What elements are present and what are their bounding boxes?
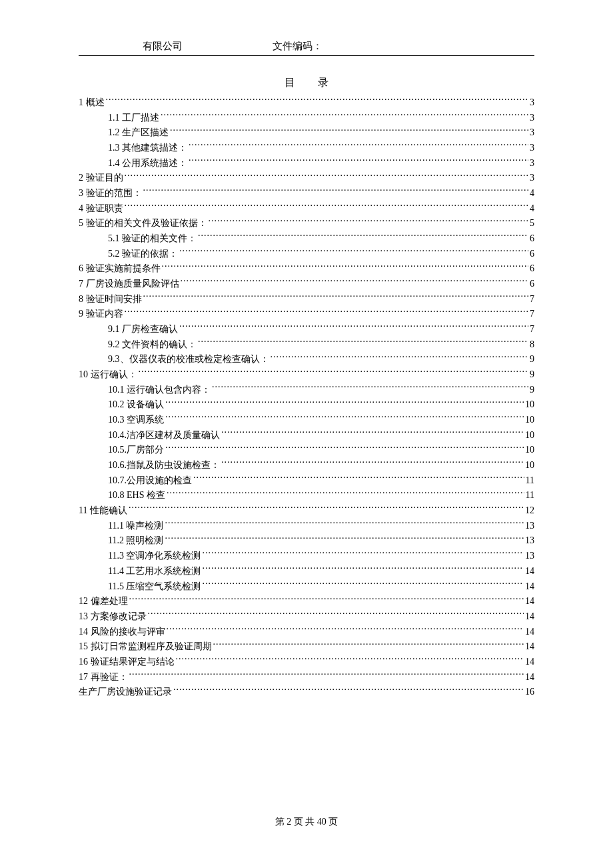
- toc-entry: 11.4 工艺用水系统检测14: [79, 564, 534, 579]
- toc-leader-dots: [143, 187, 529, 196]
- toc-entry-label: 5 验证的相关文件及验证依据：: [79, 216, 207, 231]
- toc-entry-page: 4: [530, 201, 534, 217]
- toc-entry: 9.2 文件资料的确认：8: [79, 337, 534, 353]
- toc-leader-dots: [125, 171, 529, 181]
- toc-entry-label: 5.2 验证的依据：: [108, 247, 178, 262]
- toc-entry: 17 再验证：14: [79, 670, 534, 685]
- toc-entry-page: 12: [525, 503, 534, 519]
- toc-entry: 1.4 公用系统描述：3: [79, 156, 534, 171]
- toc-entry-label: 生产厂房设施验证记录: [79, 685, 172, 700]
- toc-entry-page: 3: [530, 141, 534, 156]
- toc-leader-dots: [179, 323, 528, 332]
- toc-leader-dots: [198, 232, 528, 241]
- toc-entry-label: 1.4 公用系统描述：: [108, 156, 187, 171]
- toc-entry-page: 13: [525, 549, 534, 564]
- toc-entry-label: 10 运行确认：: [79, 367, 137, 383]
- toc-entry-page: 6: [530, 231, 534, 247]
- toc-entry-label: 10.7.公用设施的检查: [108, 473, 192, 489]
- toc-entry: 14 风险的接收与评审14: [79, 625, 534, 640]
- page-header: 有限公司 文件编码：: [79, 40, 534, 56]
- toc-entry: 1.3 其他建筑描述：3: [79, 141, 534, 156]
- toc-entry-page: 10: [525, 428, 534, 443]
- toc-leader-dots: [179, 247, 528, 257]
- toc-entry-label: 11.1 噪声检测: [108, 519, 163, 534]
- toc-entry-page: 6: [530, 261, 534, 277]
- toc-leader-dots: [165, 398, 524, 407]
- toc-entry-label: 10.8 EHS 检查: [108, 488, 165, 503]
- footer-middle: 页 共: [294, 817, 315, 827]
- toc-entry-page: 6: [530, 277, 534, 292]
- toc-leader-dots: [139, 368, 529, 377]
- toc-entry: 10.3 空调系统10: [79, 413, 534, 428]
- toc-leader-dots: [165, 443, 524, 453]
- toc-leader-dots: [165, 534, 524, 543]
- toc-leader-dots: [125, 307, 529, 317]
- toc-entry: 5.1 验证的相关文件：6: [79, 231, 534, 247]
- toc-leader-dots: [202, 580, 524, 589]
- toc-leader-dots: [143, 293, 529, 302]
- toc-entry-page: 3: [530, 125, 534, 141]
- toc-leader-dots: [176, 655, 524, 665]
- toc-entry: 11 性能确认12: [79, 503, 534, 519]
- toc-entry-label: 1.3 其他建筑描述：: [108, 141, 187, 156]
- toc-leader-dots: [189, 157, 528, 166]
- toc-entry-page: 10: [525, 413, 534, 428]
- toc-entry-page: 5: [530, 216, 534, 231]
- toc-entry: 16 验证结果评定与结论14: [79, 655, 534, 670]
- toc-leader-dots: [129, 595, 524, 604]
- toc-entry: 1.2 生产区描述3: [79, 125, 534, 141]
- toc-entry-label: 11.4 工艺用水系统检测: [108, 564, 201, 579]
- toc-entry-page: 6: [530, 247, 534, 262]
- toc-entry: 5 验证的相关文件及验证依据：5: [79, 216, 534, 231]
- toc-leader-dots: [198, 338, 528, 347]
- footer-suffix: 页: [328, 817, 338, 827]
- toc-leader-dots: [202, 549, 524, 559]
- toc-leader-dots: [213, 640, 524, 649]
- toc-entry-page: 10: [525, 458, 534, 473]
- toc-entry-label: 9.2 文件资料的确认：: [108, 337, 197, 353]
- toc-entry-page: 8: [530, 337, 534, 353]
- toc-entry-page: 14: [525, 655, 534, 670]
- toc-entry-page: 10: [525, 397, 534, 413]
- toc-leader-dots: [170, 126, 528, 135]
- toc-entry: 9.3、仪器仪表的校准或检定检查确认：9: [79, 352, 534, 367]
- toc-entry: 10.1 运行确认包含内容：9: [79, 383, 534, 398]
- toc-entry: 12 偏差处理14: [79, 594, 534, 609]
- footer-current-page: 2: [287, 817, 291, 827]
- toc-entry-label: 1 概述: [79, 95, 105, 111]
- toc-leader-dots: [189, 141, 528, 151]
- toc-entry: 15 拟订日常监测程序及验证周期14: [79, 639, 534, 655]
- toc-title: 目录: [79, 76, 534, 90]
- header-company: 有限公司: [79, 40, 246, 53]
- toc-entry: 1 概述3: [79, 95, 534, 111]
- toc-entry: 11.2 照明检测13: [79, 533, 534, 549]
- toc-entry-page: 9: [530, 383, 534, 398]
- toc-entry: 10.7.公用设施的检查11: [79, 473, 534, 489]
- toc-leader-dots: [167, 625, 524, 635]
- toc-entry: 生产厂房设施验证记录16: [79, 685, 534, 700]
- toc-entry: 1.1 工厂描述3: [79, 111, 534, 126]
- toc-entry-label: 17 再验证：: [79, 670, 128, 685]
- toc-entry-label: 9 验证内容: [79, 307, 123, 322]
- toc-entry: 7 厂房设施质量风险评估6: [79, 277, 534, 292]
- toc-entry-page: 13: [525, 519, 534, 534]
- toc-entry: 2 验证目的3: [79, 171, 534, 186]
- toc-entry: 10.4.洁净区建材及质量确认10: [79, 428, 534, 443]
- toc-leader-dots: [221, 459, 524, 468]
- toc-entry: 11.1 噪声检测13: [79, 519, 534, 534]
- toc-entry-label: 12 偏差处理: [79, 594, 128, 609]
- toc-entry: 6 验证实施前提条件6: [79, 261, 534, 277]
- toc-entry-page: 3: [530, 156, 534, 171]
- toc-leader-dots: [193, 474, 524, 483]
- toc-entry-label: 7 厂房设施质量风险评估: [79, 277, 179, 292]
- toc-entry-page: 4: [530, 186, 534, 201]
- toc-entry-page: 3: [530, 111, 534, 126]
- footer-prefix: 第: [275, 817, 285, 827]
- toc-leader-dots: [167, 489, 524, 498]
- toc-leader-dots: [106, 96, 529, 105]
- toc-entry-page: 9: [530, 367, 534, 383]
- toc-entry-page: 14: [525, 639, 534, 655]
- toc-entry-label: 9.1 厂房检查确认: [108, 322, 178, 337]
- toc-entry-page: 14: [525, 625, 534, 640]
- toc-leader-dots: [165, 519, 524, 529]
